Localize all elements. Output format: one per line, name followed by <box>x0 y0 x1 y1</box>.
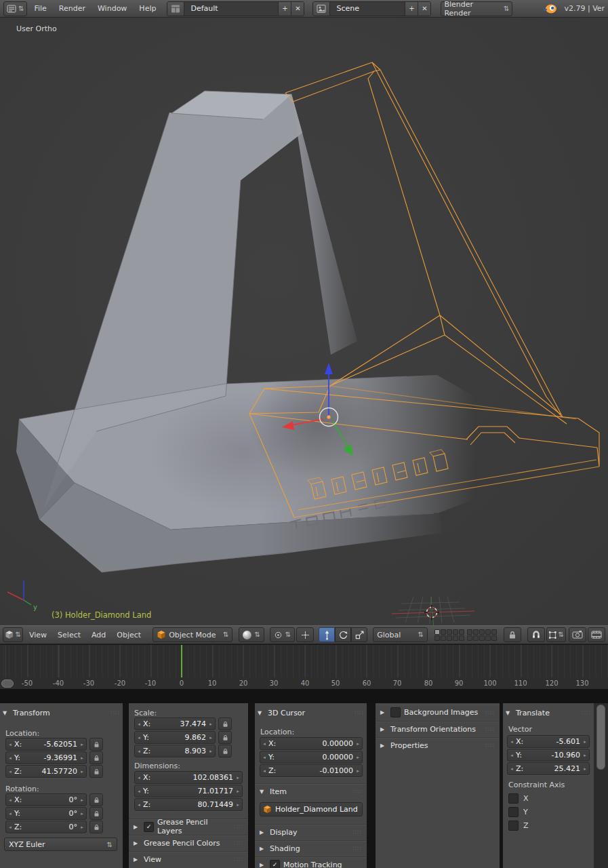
location-x-field[interactable]: ◂X:-5.62051▸ <box>5 738 87 751</box>
menu-render[interactable]: Render <box>54 2 91 16</box>
layers-widget[interactable] <box>434 629 497 641</box>
cursor-y-field[interactable]: ◂Y:0.00000▸ <box>260 751 363 764</box>
panel-grip-icon[interactable]: ∷∷ <box>486 726 495 732</box>
layer-cell[interactable] <box>447 635 452 641</box>
panel-header-shading[interactable]: ▶ Shading ∷∷ <box>255 840 367 856</box>
lock-location-y[interactable] <box>89 751 103 764</box>
panel-grip-icon[interactable]: ∷∷ <box>353 829 362 835</box>
panel-header-3d-cursor[interactable]: ▼ 3D Cursor ∷∷ <box>258 706 364 719</box>
panel-header-properties[interactable]: ▶ Properties ∷∷ <box>376 737 500 753</box>
opengl-render-anim-button[interactable] <box>588 627 605 642</box>
snap-element-select[interactable]: ⇅ <box>546 627 566 642</box>
current-frame-indicator[interactable] <box>181 645 182 677</box>
location-z-field[interactable]: ◂Z:41.57720▸ <box>5 765 87 778</box>
lock-rotation-x[interactable] <box>89 793 103 806</box>
decrement-icon[interactable]: ◂ <box>136 802 142 808</box>
add-menu[interactable]: Add <box>87 628 110 642</box>
decrement-icon[interactable]: ◂ <box>136 735 142 741</box>
decrement-icon[interactable]: ◂ <box>509 766 514 772</box>
scale-x-field[interactable]: ◂X:37.474▸ <box>134 717 216 730</box>
decrement-icon[interactable]: ◂ <box>7 755 13 761</box>
increment-icon[interactable]: ▸ <box>582 753 588 758</box>
scene-lock-toggle[interactable] <box>504 627 521 642</box>
layout-close-button[interactable]: ✕ <box>291 2 304 16</box>
lock-rotation-y[interactable] <box>89 807 103 820</box>
increment-icon[interactable]: ▸ <box>79 755 85 761</box>
scene-name-field[interactable]: Scene <box>330 2 405 16</box>
decrement-icon[interactable]: ◂ <box>7 811 13 816</box>
rotation-mode-select[interactable]: XYZ Euler ⇅ <box>4 837 117 851</box>
layer-cell[interactable] <box>485 629 491 635</box>
panel-grip-icon[interactable]: ∷∷ <box>582 709 591 716</box>
increment-icon[interactable]: ▸ <box>355 741 361 747</box>
manipulator-translate-button[interactable] <box>319 627 335 642</box>
increment-icon[interactable]: ▸ <box>79 769 85 774</box>
panel-scrollbar[interactable] <box>594 703 608 868</box>
layout-add-button[interactable]: + <box>278 2 291 16</box>
layer-cell[interactable] <box>467 635 472 641</box>
increment-icon[interactable]: ▸ <box>208 722 214 727</box>
increment-icon[interactable]: ▸ <box>355 755 361 760</box>
increment-icon[interactable]: ▸ <box>208 749 214 754</box>
layer-cell[interactable] <box>479 635 485 641</box>
render-engine-select[interactable]: Blender Render ⇅ <box>441 1 512 16</box>
translate-y-field[interactable]: ◂Y:-10.960▸ <box>507 749 590 762</box>
rotation-z-field[interactable]: ◂Z:0°▸ <box>5 821 87 833</box>
decrement-icon[interactable]: ◂ <box>262 768 267 774</box>
decrement-icon[interactable]: ◂ <box>136 775 142 781</box>
increment-icon[interactable]: ▸ <box>235 789 241 794</box>
panel-header-view[interactable]: ▶ View ∷∷ <box>129 851 248 867</box>
layer-cell[interactable] <box>467 629 472 635</box>
constraint-z-checkbox[interactable] <box>508 821 519 831</box>
increment-icon[interactable]: ▸ <box>208 735 214 741</box>
lock-scale-z[interactable] <box>218 745 232 757</box>
editor-type-select[interactable]: ⇅ <box>3 627 23 642</box>
translate-z-field[interactable]: ◂Z:25.421▸ <box>507 762 590 775</box>
increment-icon[interactable]: ▸ <box>79 797 85 803</box>
scene-browse-button[interactable] <box>313 2 330 16</box>
pivot-point-select[interactable]: ⇅ <box>270 627 295 642</box>
timeline-scrollbar[interactable] <box>1 679 14 688</box>
translate-x-field[interactable]: ◂X:-5.601▸ <box>507 735 590 748</box>
rotation-x-field[interactable]: ◂X:0°▸ <box>5 793 87 806</box>
menu-help[interactable]: Help <box>134 2 161 16</box>
increment-icon[interactable]: ▸ <box>235 775 241 781</box>
layer-cell[interactable] <box>459 629 464 635</box>
lock-location-x[interactable] <box>89 738 103 751</box>
layout-name-field[interactable]: Default <box>184 2 278 16</box>
motion-tracking-checkbox[interactable]: ✓ <box>270 860 280 868</box>
increment-icon[interactable]: ▸ <box>79 825 85 830</box>
panel-grip-icon[interactable]: ∷∷ <box>355 709 364 716</box>
increment-icon[interactable]: ▸ <box>79 742 85 747</box>
decrement-icon[interactable]: ◂ <box>7 742 13 747</box>
layer-cell[interactable] <box>434 635 440 641</box>
timeline[interactable]: -50 -40 -30 -20 -10 0 10 20 30 40 50 60 … <box>0 644 608 689</box>
panel-grip-icon[interactable]: ∷∷ <box>353 845 362 852</box>
decrement-icon[interactable]: ◂ <box>7 825 13 830</box>
location-y-field[interactable]: ◂Y:-9.36991▸ <box>5 751 87 764</box>
scale-z-field[interactable]: ◂Z:8.903▸ <box>134 745 216 757</box>
decrement-icon[interactable]: ◂ <box>136 749 142 754</box>
lock-location-z[interactable] <box>89 765 103 778</box>
decrement-icon[interactable]: ◂ <box>136 722 142 727</box>
panel-grip-icon[interactable]: ∷∷ <box>111 709 120 716</box>
layer-cell[interactable] <box>485 635 491 641</box>
dimensions-z-field[interactable]: ◂Z:80.71449▸ <box>134 798 243 811</box>
viewport-shading-select[interactable]: ⇅ <box>239 627 264 642</box>
panel-grip-icon[interactable]: ∷∷ <box>353 788 362 795</box>
panel-header-background-images[interactable]: ▶ Background Images ∷∷ <box>376 705 500 720</box>
orientation-select[interactable]: Global ⇅ <box>373 627 428 642</box>
lock-scale-x[interactable] <box>218 717 232 730</box>
decrement-icon[interactable]: ◂ <box>509 753 514 758</box>
layer-cell[interactable] <box>434 629 440 635</box>
scene-add-button[interactable]: + <box>405 2 418 16</box>
panel-grip-icon[interactable]: ∷∷ <box>486 709 495 716</box>
manipulator-scale-button[interactable] <box>351 627 367 642</box>
layer-cell[interactable] <box>447 629 452 635</box>
panel-grip-icon[interactable]: ∷∷ <box>235 823 243 830</box>
dimensions-x-field[interactable]: ◂X:102.08361▸ <box>134 771 243 784</box>
decrement-icon[interactable]: ◂ <box>7 769 13 774</box>
layer-cell[interactable] <box>453 629 458 635</box>
cursor-x-field[interactable]: ◂X:0.00000▸ <box>260 737 363 750</box>
lock-rotation-z[interactable] <box>89 821 103 833</box>
